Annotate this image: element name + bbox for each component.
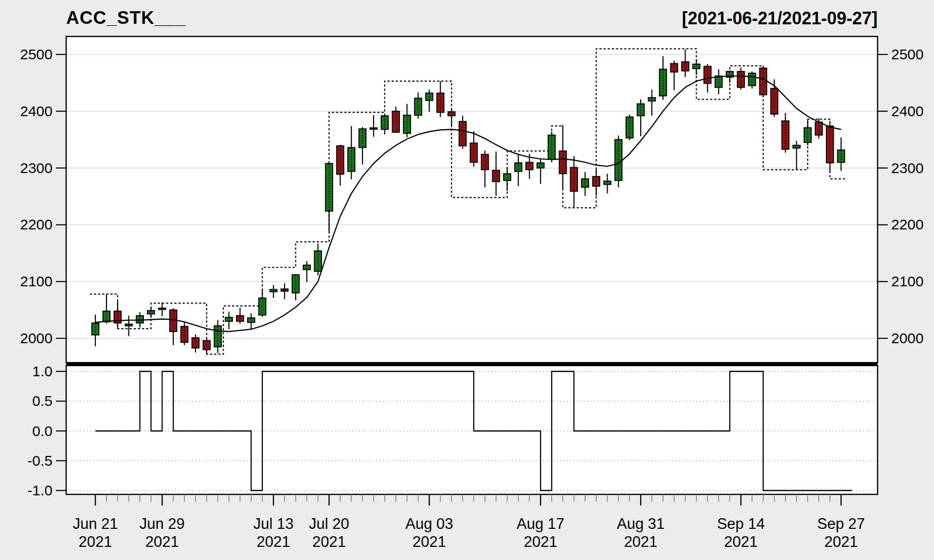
- x-axis-label-date: Aug 31: [617, 515, 665, 532]
- x-axis-label-date: Jun 21: [72, 515, 118, 532]
- trend-y-axis: 1.00.50.0-0.5-1.0: [27, 363, 66, 498]
- y-axis-tick-label: 2500: [20, 46, 53, 62]
- candle-body: [181, 326, 188, 342]
- candle-body: [214, 326, 221, 347]
- y-axis-tick-label: 0.5: [32, 393, 53, 409]
- y-axis-tick-label: 2000: [891, 330, 924, 346]
- y-axis-tick-label: 2200: [891, 216, 924, 232]
- trend-panel: 1.00.50.0-0.5-1.0: [27, 363, 878, 498]
- x-axis-label-year: 2021: [824, 533, 858, 550]
- main-panel: 2000210022002300240025002000210022002300…: [20, 36, 924, 363]
- y-axis-tick-label: 2500: [891, 46, 924, 62]
- y-axis-tick-label: 2100: [891, 273, 924, 289]
- y-axis-tick-label: 2300: [20, 160, 53, 176]
- trend-plot-background: [66, 366, 878, 494]
- candle-body: [626, 117, 633, 138]
- candle: [760, 66, 767, 97]
- y-axis-right: 200021002200230024002500: [878, 46, 924, 346]
- y-axis-tick-label: 2000: [20, 330, 53, 346]
- x-axis-label-year: 2021: [724, 533, 758, 550]
- y-axis-tick-label: 2100: [20, 273, 53, 289]
- y-axis-tick-label: 2200: [20, 216, 53, 232]
- y-axis-tick-label: 2400: [891, 103, 924, 119]
- x-axis-label-date: Aug 17: [517, 515, 564, 532]
- y-axis-tick-label: -0.5: [27, 453, 53, 469]
- x-axis-label-year: 2021: [624, 533, 658, 550]
- x-axis-label-year: 2021: [79, 533, 112, 550]
- y-axis-tick-label: 2300: [891, 160, 924, 176]
- y-axis-left: 200021002200230024002500: [20, 46, 66, 346]
- x-axis-label-date: Aug 03: [405, 515, 453, 532]
- x-axis: Jun 212021Jun 292021Jul 132021Jul 202021…: [72, 494, 865, 550]
- candle-body: [392, 111, 399, 132]
- candle-body: [482, 155, 489, 170]
- y-axis-tick-label: 1.0: [32, 363, 53, 379]
- candle-body: [804, 128, 811, 142]
- candle-body: [325, 163, 333, 211]
- x-axis-label-year: 2021: [257, 533, 290, 550]
- y-axis-tick-label: 2400: [20, 103, 53, 119]
- x-axis-label-date: Jun 29: [140, 515, 185, 532]
- chart-window: ACC_STK___ [2021-06-21/2021-09-27] Last …: [0, 0, 934, 560]
- x-axis-label-year: 2021: [524, 533, 557, 550]
- candle: [626, 115, 633, 140]
- chart-canvas: 2000210022002300240025002000210022002300…: [0, 0, 934, 560]
- y-axis-tick-label: 0.0: [32, 423, 53, 439]
- x-axis-label-date: Sep 27: [817, 515, 865, 532]
- x-axis-label-date: Jul 20: [309, 515, 349, 532]
- x-axis-label-date: Sep 14: [717, 515, 765, 532]
- candle: [749, 71, 756, 88]
- x-axis-label-year: 2021: [413, 533, 446, 550]
- x-axis-label-year: 2021: [312, 533, 346, 550]
- candle-body: [737, 71, 745, 88]
- candle: [548, 132, 556, 162]
- x-axis-label-date: Jul 13: [253, 515, 294, 532]
- x-axis-label-year: 2021: [145, 533, 179, 550]
- candle-body: [826, 126, 834, 163]
- y-axis-tick-label: -1.0: [27, 482, 53, 498]
